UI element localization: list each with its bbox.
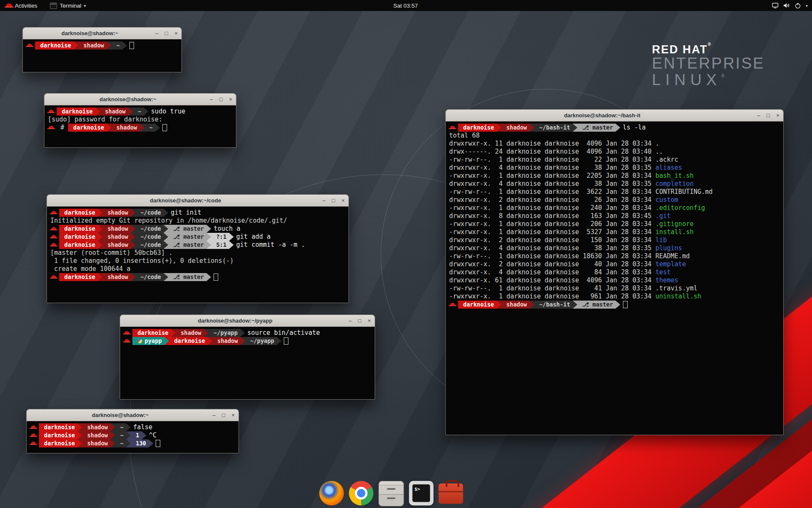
maximize-button[interactable]: □ <box>332 198 335 203</box>
terminal-line: -rw-rw-r--. 1 darknoise darknoise 18630 … <box>449 252 780 260</box>
system-status-area[interactable]: ▾ <box>772 3 808 9</box>
terminal-line: -rwxrwxr-x. 1 darknoise darknoise 240 Ja… <box>449 204 780 212</box>
window-titlebar[interactable]: darknoise@shadow:~ – □ × <box>23 28 181 39</box>
activities-label: Activities <box>15 3 37 9</box>
close-button[interactable]: × <box>231 412 235 418</box>
prompt-segment-path: ~/pyapp <box>241 337 282 345</box>
terminal-line: darknoiseshadow~1^C <box>30 431 235 439</box>
prompt-segment-git: ⎇ master <box>164 225 211 233</box>
files-icon[interactable] <box>379 481 404 506</box>
close-button[interactable]: × <box>229 97 232 102</box>
terminal-text: bash_it.sh <box>656 172 694 179</box>
minimize-button[interactable]: – <box>757 113 760 118</box>
terminal-text: uninstall.sh <box>656 293 701 300</box>
redhat-prompt-icon <box>51 211 56 214</box>
terminal-content[interactable]: darknoiseshadow~/pyappsource bin/activat… <box>120 327 375 347</box>
terminal-content[interactable]: darknoiseshadow~ <box>23 39 181 52</box>
terminal-text: lib <box>656 236 667 244</box>
terminal-text: touch a <box>214 225 240 232</box>
minimize-button[interactable]: – <box>155 30 158 36</box>
window-title: darknoise@shadow:~ <box>27 412 239 418</box>
terminal-text: .ackrc <box>656 156 678 163</box>
terminal-cursor <box>156 440 160 447</box>
terminal-cursor <box>623 301 628 308</box>
terminal-line: drwx------. 24 darknoise darknoise 4096 … <box>449 148 780 156</box>
prompt-segment-git: ⎇ master <box>573 124 620 132</box>
power-icon <box>795 3 801 9</box>
terminal-content[interactable]: darknoiseshadow~/codegit initInitialized… <box>47 207 348 283</box>
terminal-content[interactable]: darknoiseshadow~falsedarknoiseshadow~1^C… <box>27 421 239 450</box>
maximize-button[interactable]: □ <box>219 97 223 102</box>
activities-button[interactable]: Activities <box>3 0 40 11</box>
terminal-window-code: darknoise@shadow:~/code – □ × darknoises… <box>47 194 349 303</box>
prompt-segment-host: shadow <box>497 301 534 309</box>
window-title: darknoise@shadow:~/bash-it <box>446 112 783 119</box>
terminal-text: aliases <box>656 164 682 171</box>
terminal-text: [sudo] password for darknoise: <box>48 116 166 123</box>
terminal-text: 1 file changed, 0 insertions(+), 0 delet… <box>50 257 233 265</box>
terminal-content[interactable]: darknoiseshadow~/bash-it⎇ masterls -lato… <box>446 121 783 311</box>
minimize-button[interactable]: – <box>348 318 351 323</box>
minimize-button[interactable]: – <box>210 97 213 102</box>
close-button[interactable]: × <box>776 113 779 118</box>
close-button[interactable]: × <box>174 30 178 36</box>
terminal-text: # <box>57 124 68 131</box>
terminal-line: drwxrwxr-x. 4 darknoise darknoise 38 Jan… <box>449 180 780 188</box>
redhat-prompt-icon <box>31 433 36 437</box>
terminal-line: darknoiseshadow~130 <box>30 439 235 447</box>
redhat-prompt-icon <box>51 243 56 246</box>
app-grid-icon[interactable] <box>468 481 493 505</box>
prompt-segment-user: darknoise <box>165 337 212 345</box>
close-button[interactable]: × <box>341 198 345 203</box>
terminal-cursor <box>284 337 288 345</box>
prompt-segment-git: ⎇ master <box>164 273 211 281</box>
prompt-segment-host: shadow <box>107 124 144 132</box>
terminal-text: CONTRIBUTING.md <box>656 188 713 196</box>
terminal-text: ^C <box>149 431 156 439</box>
rhel-logo-enterprise: ENTERPRISE <box>652 55 765 72</box>
terminal-line: create mode 100644 a <box>50 265 345 273</box>
close-button[interactable]: × <box>368 318 371 323</box>
toolbox-icon[interactable] <box>439 483 463 504</box>
maximize-button[interactable]: □ <box>165 30 168 36</box>
window-titlebar[interactable]: darknoise@shadow:~/bash-it – □ × <box>446 110 783 121</box>
terminal-line: drwxrwxr-x. 61 darknoise darknoise 4096 … <box>449 276 780 284</box>
chrome-icon[interactable] <box>349 481 373 505</box>
terminal-text: source bin/activate <box>247 329 320 337</box>
terminal-icon[interactable]: $> <box>409 481 433 505</box>
maximize-button[interactable]: □ <box>358 318 362 323</box>
terminal-text: .git <box>656 212 671 220</box>
terminal-content[interactable]: darknoiseshadow~sudo true[sudo] password… <box>44 105 236 134</box>
prompt-segment-user: darknoise <box>57 108 100 116</box>
rhel-logo: RED HAT® ENTERPRISE LINUX® <box>652 42 765 88</box>
maximize-button[interactable]: □ <box>222 412 225 418</box>
clock[interactable]: Sat 03:57 <box>393 3 418 9</box>
maximize-button[interactable]: □ <box>767 113 770 118</box>
firefox-icon[interactable] <box>319 481 344 505</box>
minimize-button[interactable]: – <box>322 198 325 203</box>
prompt-segment-user: darknoise <box>59 273 102 281</box>
window-title: darknoise@shadow:~ <box>44 96 236 102</box>
prompt-segment-host: shadow <box>98 233 135 241</box>
terminal-line: Initialized empty Git repository in /hom… <box>50 217 345 225</box>
terminal-text: -rw-rw-r--. 1 darknoise darknoise 18630 … <box>449 252 656 260</box>
window-titlebar[interactable]: darknoise@shadow:~/code – □ × <box>47 195 348 207</box>
terminal-text: drwxrwxr-x. 4 darknoise darknoise 38 Jan… <box>449 244 656 252</box>
window-titlebar[interactable]: darknoise@shadow:~/pyapp – □ × <box>120 315 375 327</box>
terminal-line: darknoiseshadow~/code⎇ mastertouch a <box>50 225 345 233</box>
window-titlebar[interactable]: darknoise@shadow:~ – □ × <box>27 409 239 421</box>
window-titlebar[interactable]: darknoise@shadow:~ – □ × <box>44 94 236 105</box>
prompt-segment-path: ~/code <box>131 225 168 233</box>
prompt-segment-user: darknoise <box>35 41 78 50</box>
minimize-button[interactable]: – <box>212 412 215 418</box>
terminal-text: drwxrwxr-x. 4 darknoise darknoise 38 Jan… <box>449 180 656 188</box>
terminal-text: drwxrwxr-x. 4 darknoise darknoise 38 Jan… <box>449 164 656 171</box>
terminal-text: git add a <box>236 233 271 240</box>
terminal-line: drwxrwxr-x. 11 darknoise darknoise 4096 … <box>449 140 780 148</box>
chevron-down-icon: ▾ <box>84 3 86 8</box>
terminal-line: drwxrwxr-x. 4 darknoise darknoise 38 Jan… <box>449 164 780 172</box>
terminal-line: drwxrwxr-x. 4 darknoise darknoise 38 Jan… <box>449 244 780 252</box>
redhat-logo-icon <box>6 3 12 8</box>
app-menu-terminal[interactable]: Terminal ▾ <box>47 0 88 11</box>
terminal-window-sudo: darknoise@shadow:~ – □ × darknoiseshadow… <box>44 93 236 148</box>
